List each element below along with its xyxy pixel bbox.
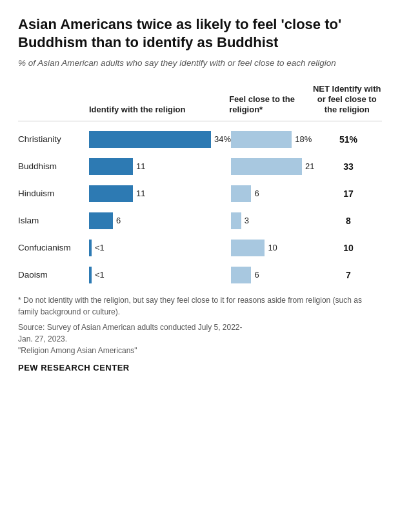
feel-value: 18% [295, 134, 312, 144]
table-row: Hinduism11617 [18, 183, 382, 204]
table-row: Buddhism112133 [18, 156, 382, 177]
feel-bar [231, 267, 251, 283]
net-value: 33 [315, 161, 382, 172]
table-row: Islam638 [18, 210, 382, 231]
col-header-net: NET Identify with or feel close to the r… [312, 84, 382, 116]
identify-value: 6 [116, 216, 121, 225]
feel-value: 21 [305, 161, 314, 171]
column-headers: Identify with the religion Feel close to… [18, 84, 382, 116]
identify-bar-wrap: <1 [89, 240, 231, 256]
row-label: Daoism [18, 270, 89, 280]
feel-bar [231, 131, 292, 148]
net-value: 51% [315, 134, 382, 145]
identify-value: 11 [136, 189, 145, 198]
feel-bar-wrap: 3 [231, 212, 315, 229]
feel-value: 6 [254, 189, 259, 198]
feel-value: 10 [268, 243, 277, 252]
net-value: 17 [315, 189, 382, 199]
identify-value: 34% [214, 134, 231, 144]
row-label: Hinduism [18, 189, 89, 198]
identify-bar [89, 185, 133, 202]
row-label: Islam [18, 216, 89, 225]
identify-bar-wrap: 34% [89, 131, 231, 148]
header-divider [18, 121, 382, 121]
row-label: Confucianism [18, 243, 89, 252]
footnote: * Do not identity with the religion, but… [18, 294, 382, 318]
col-header-feel: Feel close to the religion* [229, 94, 312, 116]
source: Source: Survey of Asian American adults … [18, 322, 382, 356]
identify-bar-wrap: 11 [89, 158, 231, 175]
feel-bar-wrap: 6 [231, 267, 315, 283]
identify-bar [89, 240, 92, 256]
identify-value: 11 [136, 161, 145, 171]
chart-subtitle: % of Asian American adults who say they … [18, 57, 382, 70]
row-label: Buddhism [18, 161, 89, 171]
identify-value: <1 [95, 270, 105, 280]
chart-title: Asian Americans twice as likely to feel … [18, 15, 382, 51]
identify-bar [89, 158, 133, 175]
identify-bar-wrap: 6 [89, 212, 231, 229]
feel-value: 6 [254, 270, 259, 280]
identify-bar-wrap: 11 [89, 185, 231, 202]
net-value: 7 [315, 270, 382, 280]
feel-bar-wrap: 10 [231, 240, 315, 256]
table-row: Daoism<167 [18, 265, 382, 285]
net-value: 8 [315, 216, 382, 226]
identify-bar [89, 267, 92, 283]
identify-bar [89, 131, 211, 148]
net-value: 10 [315, 243, 382, 253]
row-label: Christianity [18, 134, 89, 144]
identify-bar-wrap: <1 [89, 267, 231, 283]
identify-value: <1 [95, 243, 105, 252]
feel-bar [231, 240, 265, 256]
chart-area: Identify with the religion Feel close to… [18, 84, 382, 285]
feel-bar-wrap: 6 [231, 185, 315, 202]
feel-bar [231, 185, 251, 202]
table-row: Confucianism<11010 [18, 238, 382, 258]
feel-bar [231, 212, 241, 229]
feel-bar-wrap: 21 [231, 158, 315, 175]
identify-bar [89, 212, 113, 229]
feel-value: 3 [245, 216, 249, 225]
col-header-identify: Identify with the religion [89, 105, 229, 115]
table-row: Christianity34%18%51% [18, 129, 382, 150]
feel-bar-wrap: 18% [231, 131, 315, 148]
chart-rows: Christianity34%18%51%Buddhism112133Hindu… [18, 129, 382, 285]
pew-research-center: PEW RESEARCH CENTER [18, 363, 382, 373]
feel-bar [231, 158, 302, 175]
